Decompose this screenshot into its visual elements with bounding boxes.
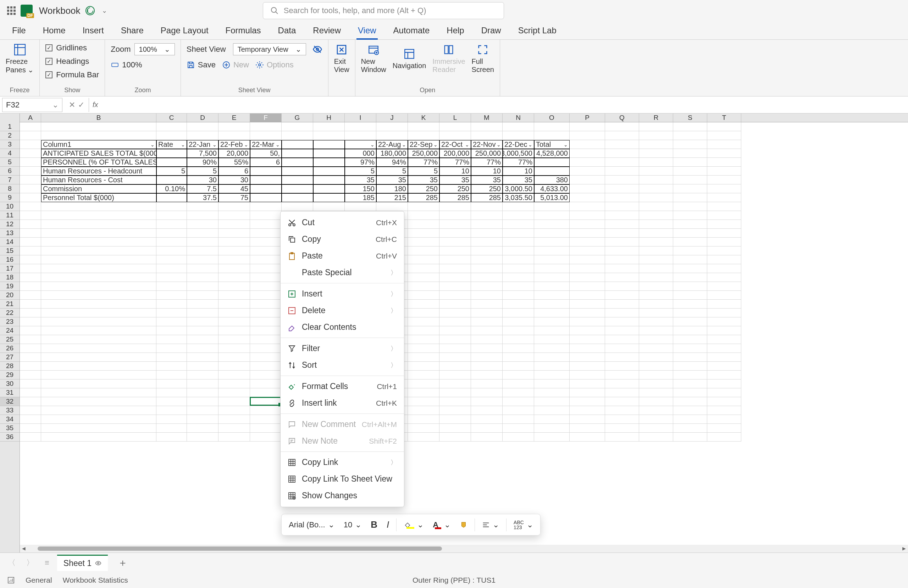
col-header-C[interactable]: C bbox=[156, 113, 187, 122]
cell[interactable] bbox=[41, 406, 156, 415]
tab-draw[interactable]: Draw bbox=[473, 21, 509, 39]
cell[interactable] bbox=[408, 326, 440, 335]
cell[interactable] bbox=[156, 397, 187, 406]
cell[interactable] bbox=[673, 255, 707, 264]
cell[interactable] bbox=[20, 362, 41, 371]
cell[interactable] bbox=[440, 362, 471, 371]
cell[interactable] bbox=[408, 300, 440, 309]
cell[interactable] bbox=[673, 158, 707, 167]
cell[interactable] bbox=[187, 317, 219, 326]
cell[interactable] bbox=[605, 406, 639, 415]
cell[interactable] bbox=[250, 273, 282, 282]
cell[interactable] bbox=[471, 379, 502, 388]
cell[interactable] bbox=[250, 335, 282, 344]
cell[interactable] bbox=[219, 291, 250, 300]
formulabar-checkbox[interactable]: ✓Formula Bar bbox=[45, 70, 99, 79]
cell[interactable] bbox=[639, 335, 673, 344]
cell[interactable] bbox=[219, 264, 250, 273]
cell[interactable] bbox=[639, 291, 673, 300]
cell[interactable] bbox=[707, 282, 741, 291]
cell[interactable] bbox=[20, 335, 41, 344]
table-header[interactable]: 22-Sep⌄ bbox=[408, 140, 440, 149]
cell[interactable] bbox=[156, 229, 187, 238]
cell[interactable] bbox=[639, 255, 673, 264]
mode-indicator[interactable]: General bbox=[26, 576, 52, 585]
table-cell[interactable]: 7.5 bbox=[187, 184, 219, 193]
menu-item-copy-link[interactable]: Copy Link〉 bbox=[280, 454, 404, 470]
cell[interactable] bbox=[534, 291, 570, 300]
row-header-32[interactable]: 32 bbox=[0, 397, 19, 406]
table-cell[interactable]: 35 bbox=[471, 176, 502, 184]
workbook-stats[interactable]: Workbook Statistics bbox=[63, 576, 128, 585]
table-cell[interactable]: 5 bbox=[345, 167, 376, 176]
cell[interactable] bbox=[408, 379, 440, 388]
cell[interactable] bbox=[41, 282, 156, 291]
cell[interactable] bbox=[570, 184, 605, 193]
cell[interactable] bbox=[219, 229, 250, 238]
cell[interactable] bbox=[605, 309, 639, 317]
tab-page-layout[interactable]: Page Layout bbox=[153, 21, 216, 39]
cell[interactable] bbox=[219, 388, 250, 397]
cell[interactable] bbox=[41, 202, 156, 211]
cell[interactable] bbox=[408, 406, 440, 415]
cell[interactable] bbox=[250, 238, 282, 246]
cell[interactable] bbox=[534, 211, 570, 220]
table-cell[interactable] bbox=[156, 176, 187, 184]
menu-item-insert[interactable]: Insert〉 bbox=[280, 285, 404, 302]
cell[interactable] bbox=[408, 131, 440, 140]
cell[interactable] bbox=[570, 282, 605, 291]
cell[interactable] bbox=[673, 309, 707, 317]
cell[interactable] bbox=[707, 122, 741, 131]
cell[interactable] bbox=[502, 229, 534, 238]
table-header[interactable]: Total⌄ bbox=[534, 140, 570, 149]
cell[interactable] bbox=[639, 397, 673, 406]
cell[interactable] bbox=[570, 273, 605, 282]
bold-button[interactable]: B bbox=[367, 516, 381, 533]
document-title[interactable]: Workbook bbox=[39, 5, 80, 16]
cell[interactable] bbox=[187, 300, 219, 309]
cell[interactable] bbox=[673, 317, 707, 326]
cell[interactable] bbox=[41, 291, 156, 300]
filter-dropdown-icon[interactable]: ⌄ bbox=[244, 142, 248, 148]
table-cell[interactable]: 30 bbox=[187, 176, 219, 184]
cell[interactable] bbox=[534, 433, 570, 441]
cell[interactable] bbox=[156, 238, 187, 246]
cell[interactable] bbox=[502, 300, 534, 309]
filter-dropdown-icon[interactable]: ⌄ bbox=[433, 142, 438, 148]
cell[interactable] bbox=[41, 326, 156, 335]
cell[interactable] bbox=[707, 140, 741, 149]
app-launcher-icon[interactable] bbox=[7, 6, 16, 15]
cell[interactable] bbox=[471, 424, 502, 433]
row-header-3[interactable]: 3 bbox=[0, 140, 19, 149]
table-cell[interactable]: 10 bbox=[502, 167, 534, 176]
cell[interactable] bbox=[502, 309, 534, 317]
cell[interactable] bbox=[673, 122, 707, 131]
cell[interactable] bbox=[639, 176, 673, 184]
cell[interactable] bbox=[502, 388, 534, 397]
cell[interactable] bbox=[20, 220, 41, 229]
cell[interactable] bbox=[41, 309, 156, 317]
cell[interactable] bbox=[534, 229, 570, 238]
cell[interactable] bbox=[570, 220, 605, 229]
cell[interactable] bbox=[345, 131, 376, 140]
table-cell[interactable]: 215 bbox=[376, 193, 408, 202]
cell[interactable] bbox=[707, 335, 741, 344]
cell[interactable] bbox=[673, 300, 707, 309]
excel-app-icon[interactable] bbox=[21, 5, 33, 17]
cell[interactable] bbox=[219, 220, 250, 229]
cell[interactable] bbox=[440, 122, 471, 131]
cell[interactable] bbox=[250, 122, 282, 131]
cell[interactable] bbox=[156, 379, 187, 388]
cell[interactable] bbox=[673, 193, 707, 202]
cell[interactable] bbox=[20, 131, 41, 140]
cell[interactable] bbox=[20, 406, 41, 415]
cell[interactable] bbox=[156, 273, 187, 282]
table-cell[interactable] bbox=[156, 158, 187, 167]
cell[interactable] bbox=[219, 211, 250, 220]
cell[interactable] bbox=[534, 122, 570, 131]
cell[interactable] bbox=[570, 255, 605, 264]
cell[interactable] bbox=[502, 282, 534, 291]
cell[interactable] bbox=[570, 424, 605, 433]
add-sheet-button[interactable]: ＋ bbox=[113, 556, 133, 570]
accept-formula-icon[interactable]: ✓ bbox=[78, 100, 84, 110]
